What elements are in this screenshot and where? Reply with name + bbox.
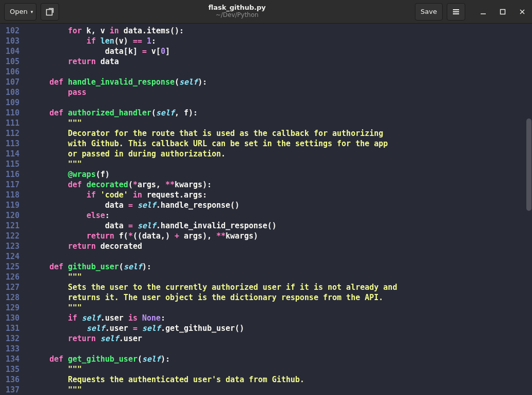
line-number: 128 xyxy=(0,292,20,303)
code-line: if self.user is None: xyxy=(31,313,532,323)
line-number: 122 xyxy=(0,231,20,241)
window-minimize-button[interactable] xyxy=(473,0,493,24)
code-line: """ xyxy=(31,118,532,128)
code-line: @wraps(f) xyxy=(31,169,532,180)
line-number: 103 xyxy=(0,36,20,46)
open-button-label: Open xyxy=(10,8,28,15)
code-line xyxy=(31,344,532,354)
code-line xyxy=(31,67,532,77)
code-line: Decorator for the route that is used as … xyxy=(31,128,532,139)
line-number: 117 xyxy=(0,180,20,190)
line-number-gutter: 1021031041051061071081091101111121131141… xyxy=(0,24,24,395)
line-number: 121 xyxy=(0,221,20,231)
line-number: 123 xyxy=(0,241,20,251)
line-number: 105 xyxy=(0,56,20,67)
line-number: 106 xyxy=(0,67,20,77)
code-line: or passed in during authorization. xyxy=(31,149,532,159)
line-number: 119 xyxy=(0,200,20,210)
save-button-label: Save xyxy=(421,8,437,15)
code-line: return self.user xyxy=(31,333,532,344)
code-line: if 'code' in request.args: xyxy=(31,190,532,200)
window-title: flask_github.py xyxy=(208,4,266,12)
line-number: 125 xyxy=(0,262,20,272)
code-line: def authorized_handler(self, f): xyxy=(31,108,532,118)
code-line: def handle_invalid_response(self): xyxy=(31,77,532,87)
line-number: 137 xyxy=(0,385,20,395)
line-number: 131 xyxy=(0,323,20,333)
code-line: def decorated(*args, **kwargs): xyxy=(31,180,532,190)
close-icon xyxy=(519,9,525,15)
line-number: 114 xyxy=(0,149,20,159)
line-number: 113 xyxy=(0,139,20,149)
save-button[interactable]: Save xyxy=(415,3,443,21)
code-line: def get_github_user(self): xyxy=(31,354,532,364)
code-line: return decorated xyxy=(31,241,532,251)
hamburger-icon xyxy=(452,8,460,16)
window-close-button[interactable] xyxy=(512,0,532,24)
code-line: with Github. This callback URL can be se… xyxy=(31,139,532,149)
line-number: 116 xyxy=(0,169,20,180)
new-tab-button[interactable] xyxy=(41,3,59,21)
line-number: 107 xyxy=(0,77,20,87)
new-tab-icon xyxy=(46,8,54,16)
code-line: for k, v in data.items(): xyxy=(31,26,532,36)
window-subtitle: ~/Dev/Python xyxy=(216,12,258,19)
code-line xyxy=(31,251,532,262)
code-line: self.user = self.get_github_user() xyxy=(31,323,532,333)
code-line: data = self.handle_invalid_response() xyxy=(31,221,532,231)
code-line: return f(*((data,) + args), **kwargs) xyxy=(31,231,532,241)
line-number: 118 xyxy=(0,190,20,200)
line-number: 110 xyxy=(0,108,20,118)
line-number: 120 xyxy=(0,210,20,221)
code-line: pass xyxy=(31,87,532,97)
code-line: data = self.handle_response() xyxy=(31,200,532,210)
line-number: 115 xyxy=(0,159,20,169)
line-number: 134 xyxy=(0,354,20,364)
line-number: 135 xyxy=(0,364,20,374)
code-line: """ xyxy=(31,385,532,395)
maximize-icon xyxy=(500,9,506,15)
line-number: 109 xyxy=(0,97,20,108)
svg-rect-0 xyxy=(47,9,52,15)
line-number: 130 xyxy=(0,313,20,323)
titlebar: Open ▾ flask_github.py ~/Dev/Python Save xyxy=(0,0,532,24)
code-line: """ xyxy=(31,272,532,282)
code-line: Sets the user to the currently authorize… xyxy=(31,282,532,292)
code-line xyxy=(31,97,532,108)
code-line: Requests the authenticated user's data f… xyxy=(31,374,532,385)
line-number: 129 xyxy=(0,303,20,313)
line-number: 124 xyxy=(0,251,20,262)
code-line: """ xyxy=(31,303,532,313)
vertical-scrollbar[interactable] xyxy=(526,24,532,395)
line-number: 112 xyxy=(0,128,20,139)
line-number: 126 xyxy=(0,272,20,282)
scrollbar-thumb[interactable] xyxy=(526,118,531,211)
line-number: 127 xyxy=(0,282,20,292)
dropdown-triangle-icon: ▾ xyxy=(31,9,33,14)
line-number: 133 xyxy=(0,344,20,354)
line-number: 136 xyxy=(0,374,20,385)
line-number: 104 xyxy=(0,46,20,56)
line-number: 108 xyxy=(0,87,20,97)
code-line: """ xyxy=(31,159,532,169)
code-line: return data xyxy=(31,56,532,67)
code-line: def github_user(self): xyxy=(31,262,532,272)
code-line: data[k] = v[0] xyxy=(31,46,532,56)
code-line: if len(v) == 1: xyxy=(31,36,532,46)
code-line: returns it. The user object is the dicti… xyxy=(31,292,532,303)
open-button[interactable]: Open ▾ xyxy=(4,3,36,21)
code-area[interactable]: for k, v in data.items(): if len(v) == 1… xyxy=(24,24,532,395)
hamburger-menu-button[interactable] xyxy=(447,3,465,21)
line-number: 111 xyxy=(0,118,20,128)
minimize-icon xyxy=(480,9,486,15)
code-line: """ xyxy=(31,364,532,374)
line-number: 132 xyxy=(0,333,20,344)
code-line: else: xyxy=(31,210,532,221)
svg-rect-1 xyxy=(501,9,505,14)
window-maximize-button[interactable] xyxy=(493,0,512,24)
editor: 1021031041051061071081091101111121131141… xyxy=(0,24,532,395)
line-number: 102 xyxy=(0,26,20,36)
